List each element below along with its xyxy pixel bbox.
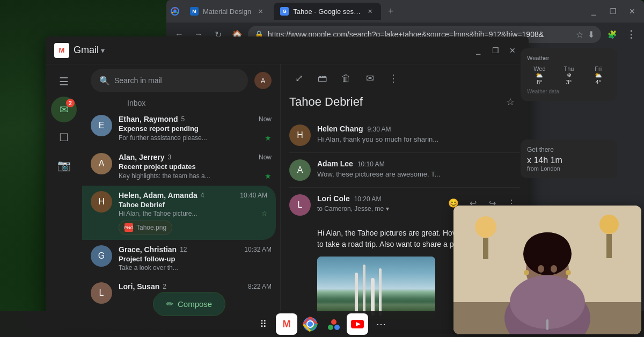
chrome-tab-material-design[interactable]: M Material Design ✕ (184, 3, 272, 20)
weather-widget: Weather Wed ⛅ 8° Thu ❄ 3° Fri ⛅ 4° Weath… (521, 48, 617, 101)
search-icon: 🔍 (99, 76, 110, 86)
email-detail-title: Tahoe Debrief ☆ (281, 92, 529, 118)
gmail-close-button[interactable]: ✕ (505, 43, 520, 58)
tab1-title: Material Design (203, 8, 251, 16)
taskbar-dots-icon[interactable]: ⠿ (252, 313, 274, 335)
email-item[interactable]: E Ethan, Raymond 5 Now Expense report pe… (82, 109, 280, 148)
inbox-badge: 2 (66, 99, 75, 107)
taskbar-photos-icon[interactable] (323, 313, 345, 335)
compose-button[interactable]: ✏ Compose (153, 292, 225, 316)
gmail-dropdown-icon[interactable]: ▾ (101, 46, 105, 55)
star-icon[interactable]: ★ (265, 134, 272, 142)
email-attachment-chip[interactable]: PNG Tahoe.png (119, 221, 172, 235)
weather-icon: ⛅ (586, 72, 611, 79)
tab2-close-button[interactable]: ✕ (365, 6, 375, 16)
sidebar-meet-button[interactable]: 📷 (51, 152, 77, 178)
message-to[interactable]: to Cameron, Jesse, me ▾ (317, 205, 438, 213)
email-avatar: G (91, 245, 112, 267)
chrome-menu-button[interactable]: ⋮ (623, 26, 640, 43)
tab2-title: Tahoe - Google sesarch (293, 8, 361, 16)
expand-button[interactable]: ⤢ (289, 69, 309, 88)
weather-day-thu: Thu ❄ 3° (557, 65, 582, 85)
birch-tree (379, 268, 382, 316)
email-sender-row: Helen, Adam, Amanda 4 10:40 AM (119, 191, 267, 200)
more-actions-button[interactable]: ⋮ (384, 69, 403, 88)
weather-data-label: Weather data (527, 89, 611, 94)
svg-point-13 (525, 232, 570, 265)
email-avatar: A (91, 153, 112, 174)
svg-point-15 (551, 265, 557, 273)
email-list-header: 🔍 Search in mail A (82, 64, 280, 97)
email-avatar: L (91, 282, 112, 304)
email-sender-row: Lori, Susan 2 8:22 AM (119, 282, 272, 291)
weather-day-wed: Wed ⛅ 8° (527, 65, 552, 85)
message-avatar: A (289, 159, 311, 181)
email-avatar: E (91, 115, 112, 136)
svg-point-21 (308, 321, 313, 327)
svg-point-16 (524, 270, 529, 275)
star-icon[interactable]: ★ (265, 172, 272, 180)
email-subject: Expense report pending (119, 124, 272, 133)
weather-temp: 3° (557, 79, 582, 85)
message-meta: Lori Cole 10:20 AM to Cameron, Jesse, me… (317, 194, 438, 217)
email-sender: Helen, Adam, Amanda 4 (119, 191, 204, 200)
message-item: A Adam Lee 10:10 AM Wow, these picturese… (289, 153, 520, 188)
svg-point-5 (475, 216, 496, 238)
message-sender: Adam Lee (317, 159, 353, 168)
tab1-close-button[interactable]: ✕ (255, 6, 265, 16)
new-tab-button[interactable]: + (383, 4, 398, 19)
email-item[interactable]: A Alan, Jerrery 3 Now Recent project upd… (82, 148, 280, 186)
email-preview: Key highlights: the team has a... ★ (119, 172, 272, 180)
message-avatar: H (289, 124, 311, 146)
download-icon[interactable]: ⬇ (588, 30, 595, 40)
message-header: Adam Lee 10:10 AM (317, 159, 520, 168)
email-item[interactable]: G Grace, Christian 12 10:32 AM Project f… (82, 240, 280, 277)
chrome-minimize-button[interactable]: ⎯ (586, 4, 601, 19)
mark-unread-button[interactable]: ✉ (360, 69, 379, 88)
gmail-window-controls: ⎯ ❐ ✕ (471, 43, 520, 58)
weather-day-label: Thu (557, 65, 582, 72)
taskbar-gmail-icon[interactable]: M (276, 313, 297, 335)
message-header: Lori Cole 10:20 AM (317, 194, 438, 203)
gmail-logo: M (54, 43, 69, 58)
email-subject: Project follow-up (119, 255, 272, 263)
birch-tree (371, 278, 375, 316)
user-avatar[interactable]: A (254, 72, 272, 89)
archive-button[interactable]: 🗃 (313, 69, 332, 88)
email-preview: Hi Alan, the Tahoe picture... ☆ (119, 210, 267, 217)
star-detail-button[interactable]: ☆ (501, 92, 520, 112)
svg-point-22 (331, 319, 336, 325)
chrome-restore-button[interactable]: ❐ (605, 4, 620, 19)
message-preview: Wow, these picturese are awesome. T... (317, 170, 520, 178)
svg-point-17 (566, 270, 571, 275)
gmail-restore-button[interactable]: ❐ (488, 43, 503, 58)
sidebar-inbox-button[interactable]: ✉ 2 (51, 97, 77, 122)
gmail-minimize-button[interactable]: ⎯ (471, 43, 486, 58)
email-content: Alan, Jerrery 3 Now Recent project updat… (119, 153, 272, 180)
compose-icon: ✏ (166, 299, 173, 309)
unstar-icon[interactable]: ☆ (261, 210, 267, 217)
travel-duration: x 14h 1m (527, 156, 611, 165)
weather-days-row: Wed ⛅ 8° Thu ❄ 3° Fri ⛅ 4° (527, 65, 611, 85)
email-time: Now (259, 153, 272, 161)
email-subject: Recent project updates (119, 163, 272, 171)
message-avatar: L (289, 194, 311, 216)
email-search-bar[interactable]: 🔍 Search in mail (91, 69, 248, 92)
bookmark-icon[interactable]: ☆ (576, 30, 583, 40)
taskbar-youtube-icon[interactable] (347, 313, 368, 335)
email-sender-row: Alan, Jerrery 3 Now (119, 153, 272, 162)
chrome-close-button[interactable]: ✕ (625, 4, 640, 19)
sidebar-menu-button[interactable]: ☰ (51, 69, 77, 94)
chrome-app-icon (171, 7, 179, 16)
email-sender-row: Ethan, Raymond 5 Now (119, 115, 272, 123)
attachment-file-icon: PNG (125, 223, 133, 232)
taskbar-more-icon[interactable]: ⋯ (370, 313, 392, 335)
message-body-area: Helen Chang 9:30 AM Hi Alan, thank you s… (317, 124, 520, 146)
extensions-button[interactable]: 🧩 (603, 26, 620, 43)
email-item-selected[interactable]: H Helen, Adam, Amanda 4 10:40 AM Tahoe D… (82, 186, 276, 240)
gmail-email-list: 🔍 Search in mail A Inbox E Ethan, Raymon… (82, 64, 281, 329)
sidebar-chat-button[interactable]: ☐ (51, 124, 77, 150)
chrome-tab-tahoe[interactable]: G Tahoe - Google sesarch ✕ (274, 3, 381, 20)
delete-button[interactable]: 🗑 (336, 69, 356, 88)
taskbar-chrome-icon[interactable] (299, 313, 321, 335)
